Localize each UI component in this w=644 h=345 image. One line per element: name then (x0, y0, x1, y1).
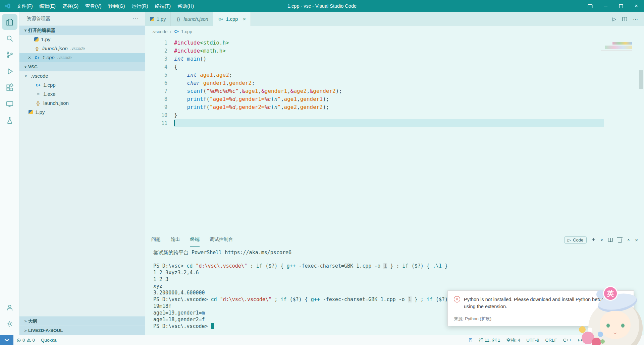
code-line[interactable]: 9 printf("age1=%d,gender2=%c\n",age2,gen… (145, 103, 644, 111)
menu-item[interactable]: 查看(V) (82, 0, 105, 12)
menu-item[interactable]: 转到(G) (105, 0, 128, 12)
new-terminal-icon[interactable]: + (592, 236, 595, 244)
kill-terminal-icon[interactable] (618, 238, 622, 243)
open-editor-1.py[interactable]: 1.py (19, 35, 145, 44)
activity-explorer-icon[interactable] (2, 14, 17, 30)
open-editor-launch.json[interactable]: {}launch.json.vscode (19, 44, 145, 53)
close-icon[interactable]: × (627, 293, 630, 299)
activity-remote-explorer-icon[interactable] (2, 96, 17, 112)
breadcrumb-separator-icon: › (170, 29, 172, 34)
maximize-panel-icon[interactable]: ∧ (627, 237, 630, 242)
panel-tab-output[interactable]: 输出 (171, 233, 180, 247)
activity-search-icon[interactable] (2, 30, 17, 46)
account-icon[interactable] (2, 299, 17, 315)
code-line[interactable]: 4{ (145, 63, 644, 71)
breadcrumb-item[interactable]: .vscode (152, 29, 168, 34)
chevron-right-icon: > (23, 329, 28, 333)
line-content: #include<stdio.h> (174, 39, 229, 47)
section-live2d-a-soul[interactable]: >LIVE2D-A-SOUL (19, 326, 145, 335)
tree-item-1.py[interactable]: 1.py (19, 108, 145, 117)
tab-1.cpp[interactable]: C+1.cpp× (213, 12, 251, 26)
tab-launch.json[interactable]: {}launch.json (171, 12, 213, 26)
cpp-file-icon: C+ (218, 17, 224, 21)
sidebar-header: 资源管理器 ··· (19, 12, 145, 25)
terminal-icon: ▷ (568, 237, 571, 243)
remote-indicator[interactable]: >< (0, 335, 13, 345)
titlebar: 文件(F)编辑(E)选择(S)查看(V)转到(G)运行(R)终端(T)帮助(H)… (0, 0, 644, 12)
section-outline[interactable]: >大纲 (19, 316, 145, 326)
more-actions-icon[interactable]: ··· (633, 16, 638, 22)
main-area: 资源管理器 ··· ∨ 打开的编辑器 1.py{}launch.json.vsc… (0, 12, 644, 335)
menu-item[interactable]: 运行(R) (128, 0, 151, 12)
activity-source-control-icon[interactable] (2, 47, 17, 63)
status-cursor-position[interactable]: 行 11, 列 1 (476, 335, 503, 345)
line-number: 2 (145, 47, 167, 55)
breadcrumb-item[interactable]: C+1.cpp (174, 29, 192, 34)
json-file-icon: {} (35, 101, 41, 106)
menu-item[interactable]: 文件(F) (13, 0, 36, 12)
code-line[interactable]: 10} (145, 111, 644, 119)
code-editor[interactable]: 1#include<stdio.h>2#include<math.h>3int … (145, 37, 644, 233)
status-notifications[interactable] (632, 335, 643, 345)
split-terminal-icon[interactable] (608, 238, 613, 242)
status-language-mode[interactable]: C++ (560, 335, 575, 345)
close-icon[interactable]: × (243, 16, 246, 22)
notification-message: Python is not installed. Please download… (464, 296, 628, 311)
panel-tab-debug-console[interactable]: 调试控制台 (210, 233, 233, 247)
minimize-button[interactable] (598, 0, 613, 12)
code-line[interactable]: 2#include<math.h> (145, 47, 644, 55)
status-platform[interactable]: Win32 (602, 335, 621, 345)
status-notebook[interactable] (465, 335, 476, 345)
code-line[interactable]: 1#include<stdio.h> (145, 39, 644, 47)
code-lines: 1#include<stdio.h>2#include<math.h>3int … (145, 39, 644, 127)
problems-indicator[interactable]: 0 0 (13, 335, 38, 345)
close-panel-icon[interactable]: × (635, 237, 638, 243)
terminal-profile-button[interactable]: ▷ Code (564, 236, 587, 244)
close-button[interactable]: × (629, 0, 644, 12)
code-line[interactable]: 11 (145, 119, 644, 127)
tree-item-.vscode[interactable]: ∨.vscode (19, 71, 145, 80)
code-line[interactable]: 5 int age1,age2; (145, 71, 644, 79)
file-tree: ∨.vscodeC+1.cpp≡1.exe{}launch.json1.py (19, 71, 145, 117)
tree-item-1.exe[interactable]: ≡1.exe (19, 89, 145, 98)
status-eol[interactable]: CRLF (542, 335, 560, 345)
activity-testing-icon[interactable] (2, 113, 17, 128)
layout-icon[interactable] (582, 0, 598, 12)
activity-run-debug-icon[interactable] (2, 63, 17, 79)
more-actions-icon[interactable]: ··· (132, 16, 139, 22)
chevron-down-icon[interactable]: ∨ (600, 237, 603, 242)
settings-gear-icon[interactable] (2, 316, 17, 332)
activity-bar (0, 12, 19, 335)
tab-1.py[interactable]: 1.py (145, 12, 171, 26)
code-line[interactable]: 8 printf("age1=%d,gender1=%c\n",age1,gen… (145, 95, 644, 103)
scrollbar-thumb[interactable] (639, 70, 643, 89)
close-icon[interactable]: × (27, 55, 32, 60)
panel-tab-terminal[interactable]: 终端 (190, 233, 200, 247)
maximize-button[interactable] (613, 0, 629, 12)
status-tslint[interactable] (621, 335, 632, 345)
tree-item-launch.json[interactable]: {}launch.json (19, 98, 145, 108)
status-go-live[interactable]: Go Live (575, 335, 602, 345)
window-title: 1.cpp - vsc - Visual Studio Code (287, 3, 357, 9)
chevron-down-icon: ∨ (23, 65, 28, 69)
menu-item[interactable]: 选择(S) (59, 0, 82, 12)
code-line[interactable]: 6 char gender1,gender2; (145, 79, 644, 87)
activity-extensions-icon[interactable] (2, 80, 17, 95)
open-editor-1.cpp[interactable]: ×C+1.cpp.vscode (19, 53, 145, 62)
split-editor-icon[interactable] (622, 17, 627, 21)
menu-item[interactable]: 编辑(E) (36, 0, 59, 12)
menu-item[interactable]: 帮助(H) (174, 0, 197, 12)
status-indentation[interactable]: 空格: 4 (503, 335, 523, 345)
code-line[interactable]: 7 scanf("%d%c%d%c",&age1,&gender1,&age2,… (145, 87, 644, 95)
menu-item[interactable]: 终端(T) (152, 0, 174, 12)
tree-item-1.cpp[interactable]: C+1.cpp (19, 80, 145, 89)
code-line[interactable]: 3int main() (145, 55, 644, 63)
sidebar-title: 资源管理器 (27, 16, 50, 22)
open-editors-section-header[interactable]: ∨ 打开的编辑器 (19, 25, 145, 35)
workspace-section-header[interactable]: ∨ VSC (19, 62, 145, 71)
run-button[interactable]: ▷ (612, 16, 616, 22)
panel-tab-problems[interactable]: 问题 (151, 233, 161, 247)
status-encoding[interactable]: UTF-8 (523, 335, 542, 345)
quokka-status[interactable]: Quokka (38, 335, 60, 345)
python-file-icon (29, 110, 33, 114)
